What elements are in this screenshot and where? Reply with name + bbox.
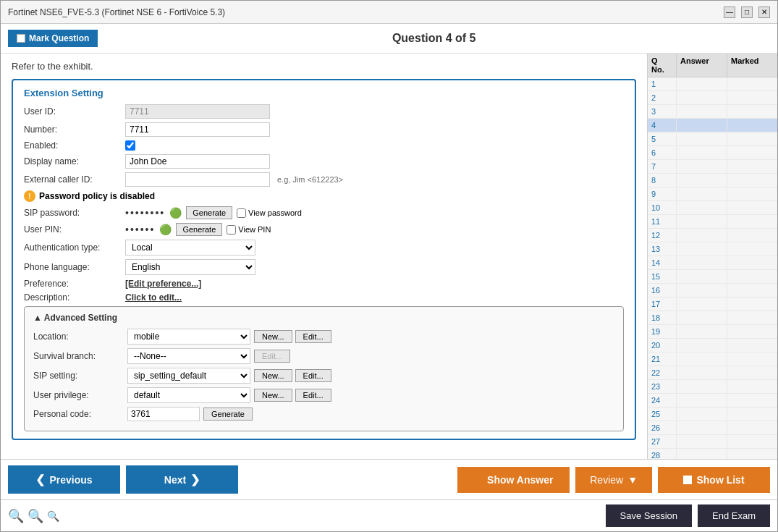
question-list-item[interactable]: 3 xyxy=(648,105,777,119)
question-list-item[interactable]: 17 xyxy=(648,297,777,311)
description-link[interactable]: Click to edit... xyxy=(125,292,182,303)
next-button[interactable]: Next ❯ xyxy=(126,465,238,494)
question-list-item[interactable]: 9 xyxy=(648,187,777,201)
preference-label: Preference: xyxy=(24,279,125,289)
preference-link[interactable]: [Edit preference...] xyxy=(125,279,201,289)
user-privilege-select[interactable]: default xyxy=(127,387,250,403)
user-privilege-new-button[interactable]: New... xyxy=(254,389,292,402)
enabled-checkbox[interactable] xyxy=(125,140,135,151)
question-list-item[interactable]: 1 xyxy=(648,77,777,91)
location-edit-button[interactable]: Edit... xyxy=(295,330,331,343)
show-answer-button[interactable]: Show Answer xyxy=(457,467,570,493)
question-list-item[interactable]: 15 xyxy=(648,270,777,284)
question-list-item[interactable]: 21 xyxy=(648,352,777,366)
rp-qno: 5 xyxy=(648,132,677,145)
question-list-item[interactable]: 24 xyxy=(648,394,777,408)
rp-answer xyxy=(677,449,727,459)
question-list-item[interactable]: 16 xyxy=(648,284,777,297)
rp-marked xyxy=(727,201,771,214)
question-list-item[interactable]: 4 xyxy=(648,119,777,132)
user-pin-view-label[interactable]: View PIN xyxy=(227,225,271,235)
zoom-out-button[interactable]: 🔍 xyxy=(47,508,59,524)
mark-question-label: Mark Question xyxy=(29,33,89,43)
rp-marked xyxy=(727,352,771,366)
warning-icon: ! xyxy=(24,190,35,202)
adv-title-text: Advanced Setting xyxy=(44,313,117,323)
close-button[interactable]: ✕ xyxy=(758,7,770,18)
end-exam-button[interactable]: End Exam xyxy=(698,504,770,527)
sip-password-row: SIP password: •••••••• 🟢 Generate View p… xyxy=(24,206,624,219)
question-list-item[interactable]: 11 xyxy=(648,215,777,229)
sip-password-view-label[interactable]: View password xyxy=(237,208,302,218)
user-privilege-edit-button[interactable]: Edit... xyxy=(295,389,331,402)
question-list-item[interactable]: 10 xyxy=(648,201,777,215)
user-pin-generate-button[interactable]: Generate xyxy=(176,223,222,236)
rp-marked xyxy=(727,325,771,338)
display-name-row: Display name: xyxy=(24,154,624,169)
zoom-reset-button[interactable]: 🔍 xyxy=(28,508,43,524)
personal-code-input[interactable] xyxy=(127,407,200,421)
location-select[interactable]: mobile xyxy=(127,329,250,345)
sip-setting-select[interactable]: sip_setting_default xyxy=(127,368,250,384)
rp-qno: 7 xyxy=(648,160,677,173)
question-list-item[interactable]: 13 xyxy=(648,242,777,256)
user-pin-view-checkbox[interactable] xyxy=(227,225,236,235)
review-button[interactable]: Review ▼ xyxy=(575,467,652,493)
question-list-item[interactable]: 27 xyxy=(648,435,777,449)
phone-language-select[interactable]: English xyxy=(125,259,255,275)
question-list-item[interactable]: 5 xyxy=(648,132,777,146)
header-answer: Answer xyxy=(677,54,727,77)
question-list-item[interactable]: 19 xyxy=(648,325,777,339)
question-list-item[interactable]: 18 xyxy=(648,311,777,325)
rp-marked xyxy=(727,421,771,434)
rp-marked xyxy=(727,105,771,118)
show-list-button[interactable]: ✓ Show List xyxy=(658,467,770,493)
header-qno: Q No. xyxy=(648,54,677,77)
question-list-item[interactable]: 2 xyxy=(648,91,777,105)
external-caller-label: External caller ID: xyxy=(24,174,125,185)
minimize-button[interactable]: — xyxy=(724,7,735,18)
rp-answer xyxy=(677,132,727,145)
question-list-item[interactable]: 22 xyxy=(648,366,777,380)
previous-button[interactable]: ❮ Previous xyxy=(8,465,120,494)
auth-type-select[interactable]: Local xyxy=(125,240,255,256)
rp-qno: 19 xyxy=(648,325,677,338)
title-bar: Fortinet NSE6_FVE-5.3 (Fortinet NSE 6 - … xyxy=(1,1,777,24)
rp-answer xyxy=(677,352,727,366)
question-list-item[interactable]: 26 xyxy=(648,421,777,435)
bottom-zoom-bar: 🔍 🔍 🔍 Save Session End Exam xyxy=(1,499,777,531)
location-new-button[interactable]: New... xyxy=(254,330,292,343)
sip-password-generate-button[interactable]: Generate xyxy=(186,206,232,219)
rp-answer xyxy=(677,77,727,90)
user-pin-dots: •••••• xyxy=(125,224,155,235)
show-answer-stop-icon xyxy=(474,476,483,484)
maximize-button[interactable]: □ xyxy=(741,7,753,18)
sip-password-view-checkbox[interactable] xyxy=(237,208,246,218)
number-input[interactable] xyxy=(125,122,270,137)
question-list-item[interactable]: 28 xyxy=(648,449,777,459)
question-list-item[interactable]: 6 xyxy=(648,146,777,160)
sip-password-controls: •••••••• 🟢 Generate View password xyxy=(125,206,302,219)
question-list-item[interactable]: 20 xyxy=(648,339,777,352)
zoom-in-button[interactable]: 🔍 xyxy=(8,508,24,524)
display-name-input[interactable] xyxy=(125,154,270,169)
question-list-item[interactable]: 12 xyxy=(648,229,777,242)
rp-qno: 23 xyxy=(648,380,677,393)
phone-language-label: Phone language: xyxy=(24,262,125,272)
question-list-item[interactable]: 25 xyxy=(648,408,777,421)
rp-marked xyxy=(727,380,771,393)
save-session-button[interactable]: Save Session xyxy=(606,504,693,527)
sip-setting-new-button[interactable]: New... xyxy=(254,369,292,382)
sip-setting-edit-button[interactable]: Edit... xyxy=(295,369,331,382)
rp-answer xyxy=(677,297,727,311)
external-caller-input[interactable] xyxy=(125,172,270,187)
question-list-item[interactable]: 23 xyxy=(648,380,777,394)
mark-question-button[interactable]: ✓ Mark Question xyxy=(8,30,98,47)
question-list-item[interactable]: 14 xyxy=(648,256,777,270)
question-list-item[interactable]: 7 xyxy=(648,160,777,174)
question-list-item[interactable]: 8 xyxy=(648,174,777,187)
survival-branch-select[interactable]: --None-- xyxy=(127,348,250,364)
personal-code-generate-button[interactable]: Generate xyxy=(203,408,253,421)
rp-qno: 14 xyxy=(648,256,677,269)
number-row: Number: xyxy=(24,122,624,137)
